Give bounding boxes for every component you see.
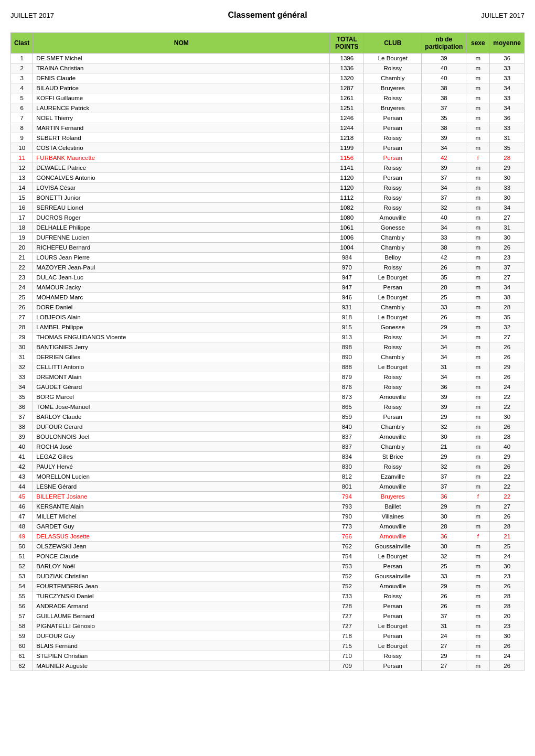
cell-moyenne: 20	[490, 611, 525, 621]
cell-sexe: m	[466, 601, 490, 611]
cell-nom: FOURTEMBERG Jean	[33, 581, 330, 591]
cell-nb: 34	[422, 143, 466, 153]
table-row: 58PIGNATELLI Génosio727Le Bourget31m23	[11, 621, 525, 631]
cell-moyenne: 24	[490, 552, 525, 561]
cell-club: Le Bourget	[364, 552, 422, 561]
table-row: 12DEWAELE Patrice1141Roissy39m29	[11, 163, 525, 173]
cell-moyenne: 33	[490, 123, 525, 133]
table-row: 41LEGAZ Gilles834St Brice29m29	[11, 452, 525, 462]
cell-nom: MAMOUR Jacky	[33, 283, 330, 293]
cell-nb: 39	[422, 392, 466, 402]
cell-clast: 20	[11, 243, 33, 253]
table-row: 51PONCE Claude754Le Bourget32m24	[11, 552, 525, 561]
cell-club: Bruyeres	[364, 83, 422, 93]
table-row: 35BORG Marcel873Arnouville39m22	[11, 392, 525, 402]
cell-club: Villaines	[364, 512, 422, 522]
cell-clast: 57	[11, 611, 33, 621]
cell-club: Baillet	[364, 502, 422, 512]
table-row: 53DUDZIAK Christian752Goussainville33m23	[11, 571, 525, 581]
cell-sexe: m	[466, 303, 490, 312]
cell-nb: 24	[422, 631, 466, 641]
cell-nb: 29	[422, 502, 466, 512]
cell-points: 715	[330, 641, 364, 651]
cell-club: Gonesse	[364, 223, 422, 233]
cell-sexe: f	[466, 532, 490, 542]
cell-moyenne: 29	[490, 452, 525, 462]
cell-nom: BARLOY Noël	[33, 561, 330, 571]
cell-nb: 36	[422, 492, 466, 502]
cell-club: Persan	[364, 113, 422, 123]
cell-sexe: m	[466, 73, 490, 83]
table-row: 39BOULONNOIS Joel837Arnouville30m28	[11, 432, 525, 442]
cell-clast: 14	[11, 183, 33, 193]
table-row: 43MORELLON Lucien812Ezanville37m22	[11, 472, 525, 482]
cell-moyenne: 30	[490, 233, 525, 243]
cell-nom: MILLET Michel	[33, 512, 330, 522]
cell-club: Arnouville	[364, 522, 422, 532]
cell-clast: 54	[11, 581, 33, 591]
cell-nb: 35	[422, 273, 466, 283]
cell-points: 915	[330, 322, 364, 332]
cell-nb: 37	[422, 173, 466, 183]
cell-nom: DE SMET Michel	[33, 53, 330, 63]
cell-club: Persan	[364, 283, 422, 293]
cell-club: Roissy	[364, 193, 422, 203]
cell-club: Le Bourget	[364, 312, 422, 322]
col-moy: moyenne	[490, 33, 525, 53]
cell-sexe: m	[466, 581, 490, 591]
table-row: 61STEPIEN Christian710Roissy29m24	[11, 651, 525, 661]
cell-moyenne: 36	[490, 113, 525, 123]
cell-club: Chambly	[364, 243, 422, 253]
cell-points: 710	[330, 651, 364, 661]
cell-sexe: m	[466, 63, 490, 73]
cell-moyenne: 29	[490, 163, 525, 173]
cell-moyenne: 29	[490, 362, 525, 372]
cell-nb: 38	[422, 83, 466, 93]
cell-moyenne: 33	[490, 63, 525, 73]
col-total: TOTALPOINTS	[330, 33, 364, 53]
cell-nb: 38	[422, 243, 466, 253]
cell-moyenne: 21	[490, 532, 525, 542]
cell-clast: 13	[11, 173, 33, 183]
cell-nb: 42	[422, 253, 466, 263]
table-row: 23DULAC Jean-Luc947Le Bourget35m27	[11, 273, 525, 283]
cell-clast: 44	[11, 482, 33, 492]
cell-points: 793	[330, 502, 364, 512]
table-row: 32CELLITTI Antonio888Le Bourget31m29	[11, 362, 525, 372]
cell-sexe: m	[466, 233, 490, 243]
cell-points: 984	[330, 253, 364, 263]
cell-clast: 4	[11, 83, 33, 93]
cell-points: 727	[330, 621, 364, 631]
cell-club: Arnouville	[364, 392, 422, 402]
cell-nom: LOURS Jean Pierre	[33, 253, 330, 263]
cell-nb: 39	[422, 133, 466, 143]
cell-clast: 41	[11, 452, 33, 462]
cell-sexe: m	[466, 442, 490, 452]
cell-nom: DUCROS Roger	[33, 213, 330, 223]
cell-nom: BORG Marcel	[33, 392, 330, 402]
cell-clast: 2	[11, 63, 33, 73]
cell-sexe: m	[466, 103, 490, 113]
cell-nom: DUFOUR Guy	[33, 631, 330, 641]
cell-club: Roissy	[364, 203, 422, 213]
cell-clast: 11	[11, 153, 33, 163]
table-row: 21LOURS Jean Pierre984Belloy42m23	[11, 253, 525, 263]
cell-nom: DREMONT Alain	[33, 372, 330, 382]
cell-nom: DELASSUS Josette	[33, 532, 330, 542]
table-row: 16SERREAU Lionel1082Roissy32m34	[11, 203, 525, 213]
cell-clast: 21	[11, 253, 33, 263]
cell-sexe: m	[466, 392, 490, 402]
cell-sexe: m	[466, 402, 490, 412]
cell-club: Roissy	[364, 133, 422, 143]
cell-nb: 39	[422, 53, 466, 63]
cell-points: 946	[330, 293, 364, 303]
cell-nom: NOEL Thierry	[33, 113, 330, 123]
cell-sexe: m	[466, 372, 490, 382]
cell-nb: 28	[422, 283, 466, 293]
col-clast: Clast	[11, 33, 33, 53]
cell-moyenne: 24	[490, 651, 525, 661]
cell-club: Roissy	[364, 651, 422, 661]
cell-points: 1287	[330, 83, 364, 93]
cell-moyenne: 28	[490, 432, 525, 442]
cell-club: Persan	[364, 412, 422, 422]
